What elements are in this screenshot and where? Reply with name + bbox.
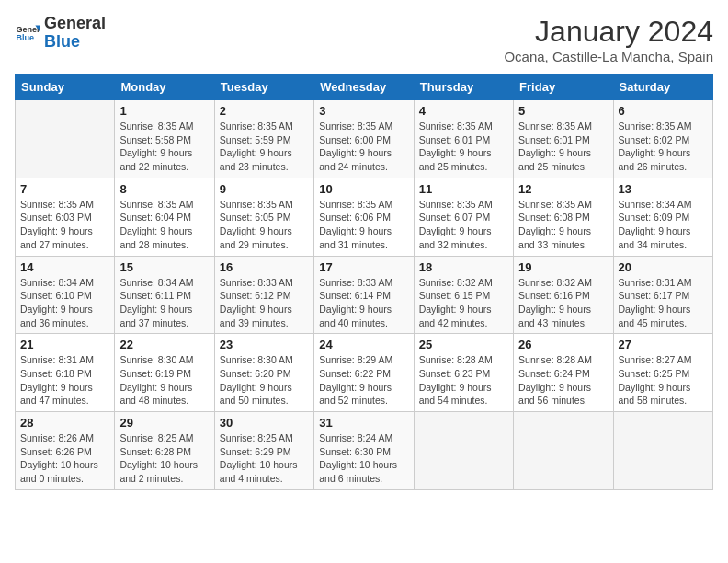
title-area: January 2024 Ocana, Castille-La Mancha, … (504, 15, 713, 64)
weekday-header-monday: Monday (115, 75, 214, 100)
day-info: Sunrise: 8:35 AMSunset: 6:00 PMDaylight:… (319, 120, 408, 174)
day-number: 3 (319, 104, 408, 118)
page-header: General Blue General Blue January 2024 O… (15, 15, 713, 64)
calendar-cell: 24Sunrise: 8:29 AMSunset: 6:22 PMDayligh… (314, 334, 414, 412)
day-info: Sunrise: 8:35 AMSunset: 6:07 PMDaylight:… (419, 198, 508, 252)
day-info: Sunrise: 8:35 AMSunset: 6:03 PMDaylight:… (20, 198, 109, 252)
calendar-cell: 12Sunrise: 8:35 AMSunset: 6:08 PMDayligh… (514, 178, 613, 256)
calendar-cell: 22Sunrise: 8:30 AMSunset: 6:19 PMDayligh… (115, 334, 214, 412)
day-number: 6 (619, 104, 708, 118)
day-info: Sunrise: 8:29 AMSunset: 6:22 PMDaylight:… (319, 353, 408, 408)
svg-text:Blue: Blue (16, 33, 34, 42)
calendar-week-4: 21Sunrise: 8:31 AMSunset: 6:18 PMDayligh… (16, 334, 713, 412)
calendar-cell: 20Sunrise: 8:31 AMSunset: 6:17 PMDayligh… (613, 256, 712, 334)
calendar-cell: 23Sunrise: 8:30 AMSunset: 6:20 PMDayligh… (214, 334, 313, 412)
day-info: Sunrise: 8:35 AMSunset: 6:06 PMDaylight:… (319, 198, 408, 252)
day-number: 16 (220, 260, 309, 274)
day-number: 24 (319, 338, 408, 351)
calendar-cell: 19Sunrise: 8:32 AMSunset: 6:16 PMDayligh… (514, 256, 613, 334)
weekday-header-saturday: Saturday (613, 75, 712, 100)
day-info: Sunrise: 8:35 AMSunset: 5:59 PMDaylight:… (220, 120, 309, 174)
day-info: Sunrise: 8:33 AMSunset: 6:14 PMDaylight:… (319, 276, 408, 330)
weekday-header-tuesday: Tuesday (214, 75, 313, 100)
day-number: 14 (20, 260, 109, 274)
day-number: 9 (220, 182, 309, 196)
calendar-cell (613, 412, 712, 490)
day-number: 17 (319, 260, 408, 274)
day-number: 10 (319, 182, 408, 196)
month-title: January 2024 (504, 15, 713, 49)
day-number: 8 (119, 182, 209, 196)
calendar-cell: 9Sunrise: 8:35 AMSunset: 6:05 PMDaylight… (214, 178, 313, 256)
calendar-cell: 14Sunrise: 8:34 AMSunset: 6:10 PMDayligh… (16, 256, 115, 334)
day-info: Sunrise: 8:24 AMSunset: 6:30 PMDaylight:… (319, 431, 408, 486)
calendar-cell: 17Sunrise: 8:33 AMSunset: 6:14 PMDayligh… (314, 256, 414, 334)
calendar-week-1: 1Sunrise: 8:35 AMSunset: 5:58 PMDaylight… (16, 100, 713, 178)
day-info: Sunrise: 8:28 AMSunset: 6:23 PMDaylight:… (419, 353, 508, 408)
calendar-cell: 18Sunrise: 8:32 AMSunset: 6:15 PMDayligh… (414, 256, 513, 334)
day-number: 4 (419, 104, 508, 118)
calendar-cell: 30Sunrise: 8:25 AMSunset: 6:29 PMDayligh… (214, 412, 313, 490)
day-number: 1 (119, 104, 209, 118)
calendar-week-5: 28Sunrise: 8:26 AMSunset: 6:26 PMDayligh… (16, 412, 713, 490)
calendar-cell: 15Sunrise: 8:34 AMSunset: 6:11 PMDayligh… (115, 256, 214, 334)
day-number: 27 (619, 338, 708, 351)
day-info: Sunrise: 8:25 AMSunset: 6:28 PMDaylight:… (119, 431, 209, 486)
day-number: 12 (518, 182, 608, 196)
day-info: Sunrise: 8:35 AMSunset: 6:04 PMDaylight:… (119, 198, 209, 252)
calendar-cell: 6Sunrise: 8:35 AMSunset: 6:02 PMDaylight… (613, 100, 712, 178)
day-number: 7 (20, 182, 109, 196)
calendar-week-2: 7Sunrise: 8:35 AMSunset: 6:03 PMDaylight… (16, 178, 713, 256)
day-info: Sunrise: 8:34 AMSunset: 6:11 PMDaylight:… (119, 276, 209, 330)
calendar-cell (16, 100, 115, 178)
calendar-cell: 21Sunrise: 8:31 AMSunset: 6:18 PMDayligh… (16, 334, 115, 412)
day-number: 18 (419, 260, 508, 274)
calendar-cell: 31Sunrise: 8:24 AMSunset: 6:30 PMDayligh… (314, 412, 414, 490)
calendar-table: SundayMondayTuesdayWednesdayThursdayFrid… (15, 74, 713, 490)
day-number: 31 (319, 416, 408, 430)
calendar-cell: 2Sunrise: 8:35 AMSunset: 5:59 PMDaylight… (214, 100, 313, 178)
day-number: 25 (419, 338, 508, 351)
calendar-cell (514, 412, 613, 490)
logo-general-text: General (44, 15, 106, 33)
calendar-cell: 11Sunrise: 8:35 AMSunset: 6:07 PMDayligh… (414, 178, 513, 256)
logo-blue-text: Blue (44, 33, 106, 52)
calendar-cell: 16Sunrise: 8:33 AMSunset: 6:12 PMDayligh… (214, 256, 313, 334)
day-info: Sunrise: 8:30 AMSunset: 6:19 PMDaylight:… (119, 353, 209, 408)
calendar-cell: 25Sunrise: 8:28 AMSunset: 6:23 PMDayligh… (414, 334, 513, 412)
day-number: 5 (518, 104, 608, 118)
day-number: 28 (20, 416, 109, 430)
day-number: 30 (220, 416, 309, 430)
day-info: Sunrise: 8:34 AMSunset: 6:09 PMDaylight:… (619, 198, 708, 252)
day-number: 11 (419, 182, 508, 196)
calendar-cell: 26Sunrise: 8:28 AMSunset: 6:24 PMDayligh… (514, 334, 613, 412)
calendar-cell: 13Sunrise: 8:34 AMSunset: 6:09 PMDayligh… (613, 178, 712, 256)
day-info: Sunrise: 8:35 AMSunset: 6:08 PMDaylight:… (518, 198, 608, 252)
logo: General Blue General Blue (15, 15, 106, 52)
day-info: Sunrise: 8:35 AMSunset: 5:58 PMDaylight:… (119, 120, 209, 174)
weekday-header-wednesday: Wednesday (314, 75, 414, 100)
day-number: 20 (619, 260, 708, 274)
day-info: Sunrise: 8:35 AMSunset: 6:01 PMDaylight:… (419, 120, 508, 174)
calendar-cell: 5Sunrise: 8:35 AMSunset: 6:01 PMDaylight… (514, 100, 613, 178)
day-number: 22 (119, 338, 209, 351)
calendar-cell (414, 412, 513, 490)
weekday-header-friday: Friday (514, 75, 613, 100)
day-info: Sunrise: 8:28 AMSunset: 6:24 PMDaylight:… (518, 353, 608, 408)
day-number: 29 (119, 416, 209, 430)
day-info: Sunrise: 8:32 AMSunset: 6:15 PMDaylight:… (419, 276, 508, 330)
calendar-cell: 27Sunrise: 8:27 AMSunset: 6:25 PMDayligh… (613, 334, 712, 412)
calendar-cell: 29Sunrise: 8:25 AMSunset: 6:28 PMDayligh… (115, 412, 214, 490)
day-info: Sunrise: 8:35 AMSunset: 6:01 PMDaylight:… (518, 120, 608, 174)
logo-icon: General Blue (15, 20, 40, 46)
day-info: Sunrise: 8:35 AMSunset: 6:05 PMDaylight:… (220, 198, 309, 252)
day-number: 2 (220, 104, 309, 118)
day-info: Sunrise: 8:30 AMSunset: 6:20 PMDaylight:… (220, 353, 309, 408)
day-number: 19 (518, 260, 608, 274)
day-number: 15 (119, 260, 209, 274)
day-info: Sunrise: 8:26 AMSunset: 6:26 PMDaylight:… (20, 431, 109, 486)
calendar-week-3: 14Sunrise: 8:34 AMSunset: 6:10 PMDayligh… (16, 256, 713, 334)
day-info: Sunrise: 8:27 AMSunset: 6:25 PMDaylight:… (619, 353, 708, 408)
calendar-cell: 3Sunrise: 8:35 AMSunset: 6:00 PMDaylight… (314, 100, 414, 178)
day-info: Sunrise: 8:34 AMSunset: 6:10 PMDaylight:… (20, 276, 109, 330)
